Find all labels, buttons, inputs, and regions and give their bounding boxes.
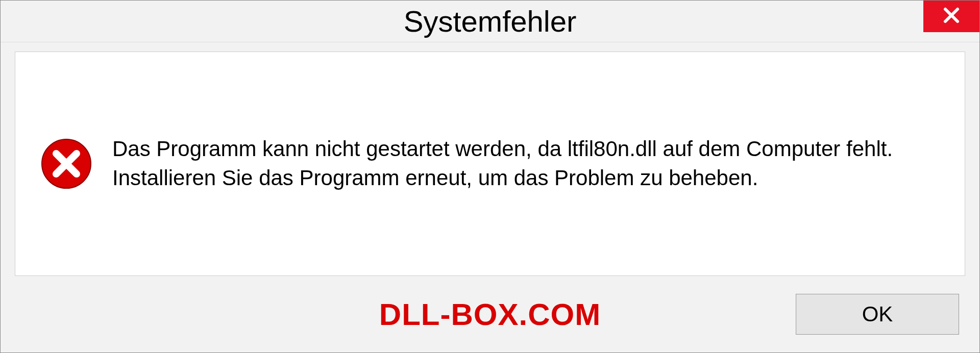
close-icon <box>942 6 961 27</box>
ok-button[interactable]: OK <box>796 294 959 335</box>
content-area: Das Programm kann nicht gestartet werden… <box>15 52 965 276</box>
dialog-title: Systemfehler <box>404 4 576 38</box>
close-button[interactable] <box>923 1 979 32</box>
watermark-text: DLL-BOX.COM <box>379 297 601 332</box>
error-message: Das Programm kann nicht gestartet werden… <box>112 135 939 192</box>
system-error-dialog: Systemfehler Das Programm kann nicht ges… <box>0 0 980 353</box>
dialog-footer: DLL-BOX.COM OK <box>1 276 979 352</box>
titlebar: Systemfehler <box>1 1 979 42</box>
error-icon <box>41 138 92 189</box>
